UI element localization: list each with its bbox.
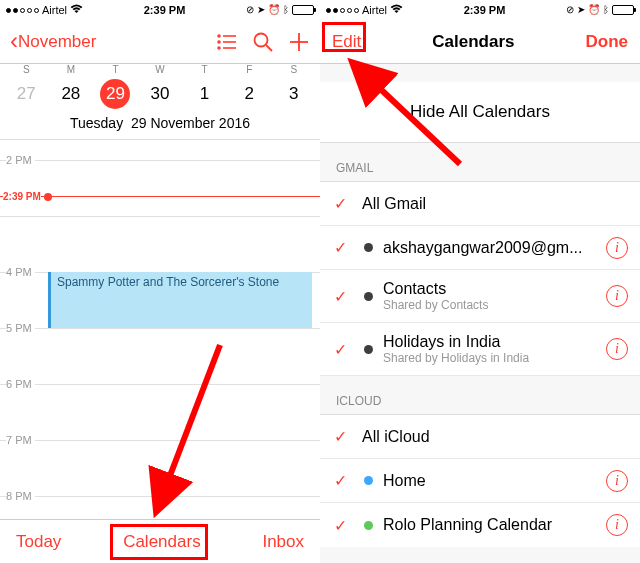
calendar-row[interactable]: ✓ akshaygangwar2009@gm... i <box>320 226 640 270</box>
today-button[interactable]: Today <box>16 532 61 552</box>
navbar-calendars: Edit Calendars Done <box>320 20 640 64</box>
hour-row: 7 PM <box>0 440 320 496</box>
date-cell[interactable]: 27 <box>4 79 49 109</box>
calendar-row-all-icloud[interactable]: ✓ All iCloud <box>320 415 640 459</box>
calendar-title: Contacts <box>383 280 596 298</box>
carrier-label: Airtel <box>362 4 387 16</box>
orientation-lock-icon: ⊘ <box>246 5 254 15</box>
calendars-button[interactable]: Calendars <box>123 532 201 552</box>
weekday: S <box>4 64 49 75</box>
calendar-color-dot-icon <box>364 521 373 530</box>
calendar-title: Holidays in India <box>383 333 596 351</box>
svg-point-6 <box>255 33 268 46</box>
phone-left-calendar-day: Airtel 2:39 PM ⊘ ➤ ⏰ ᛒ ‹ November <box>0 0 320 563</box>
calendar-color-dot-icon <box>364 243 373 252</box>
inbox-button[interactable]: Inbox <box>262 532 304 552</box>
status-bar: Airtel 2:39 PM ⊘ ➤ ⏰ ᛒ <box>320 0 640 20</box>
date-cell[interactable]: 3 <box>271 79 316 109</box>
add-event-button[interactable] <box>288 31 310 53</box>
bluetooth-icon: ᛒ <box>283 5 289 15</box>
calendar-subtitle: Shared by Holidays in India <box>383 351 596 365</box>
calendar-row[interactable]: ✓ Home i <box>320 459 640 503</box>
chevron-left-icon: ‹ <box>10 34 18 48</box>
section-header-icloud: ICLOUD <box>320 376 640 415</box>
page-title: Calendars <box>432 32 514 52</box>
done-button[interactable]: Done <box>586 32 629 52</box>
signal-dots-icon <box>6 8 39 13</box>
event-title: Spammy Potter and The Sorcerer's Stone <box>57 275 279 289</box>
alarm-icon: ⏰ <box>268 5 280 15</box>
now-indicator-dot-icon <box>44 193 52 201</box>
date-cell[interactable]: 28 <box>49 79 94 109</box>
back-button[interactable]: ‹ November <box>10 32 96 52</box>
checkmark-icon: ✓ <box>334 238 352 257</box>
status-bar: Airtel 2:39 PM ⊘ ➤ ⏰ ᛒ <box>0 0 320 20</box>
calendar-color-dot-icon <box>364 292 373 301</box>
hide-all-calendars-button[interactable]: Hide All Calendars <box>320 82 640 143</box>
checkmark-icon: ✓ <box>334 516 352 535</box>
section-header-gmail: GMAIL <box>320 143 640 182</box>
calendar-color-dot-icon <box>364 476 373 485</box>
calendar-row[interactable]: ✓ Holidays in India Shared by Holidays i… <box>320 323 640 376</box>
checkmark-icon: ✓ <box>334 427 352 446</box>
svg-point-2 <box>218 41 220 43</box>
dates-row: 27 28 29 30 1 2 3 <box>0 75 320 115</box>
calendar-title: All iCloud <box>362 428 628 446</box>
navbar-day-view: ‹ November <box>0 20 320 64</box>
calendar-row[interactable]: ✓ Rolo Planning Calendar i <box>320 503 640 547</box>
calendar-row-all-gmail[interactable]: ✓ All Gmail <box>320 182 640 226</box>
bottom-toolbar: Today Calendars Inbox <box>0 519 320 563</box>
weekday: T <box>93 64 138 75</box>
calendar-event[interactable]: Spammy Potter and The Sorcerer's Stone <box>48 272 312 328</box>
search-button[interactable] <box>252 31 274 53</box>
checkmark-icon: ✓ <box>334 340 352 359</box>
list-view-button[interactable] <box>216 31 238 53</box>
hour-row: 5 PM <box>0 328 320 384</box>
date-cell[interactable]: 1 <box>182 79 227 109</box>
now-indicator-line: 2:39 PM <box>0 196 320 197</box>
info-button[interactable]: i <box>606 514 628 536</box>
weekday: W <box>138 64 183 75</box>
wifi-icon <box>390 4 403 16</box>
calendar-title: Rolo Planning Calendar <box>383 516 596 534</box>
calendar-title: All Gmail <box>362 195 628 213</box>
date-cell[interactable]: 30 <box>138 79 183 109</box>
calendar-color-dot-icon <box>364 345 373 354</box>
timeline-scroll[interactable]: 2 PM 4 PM 5 PM 6 PM 7 PM 8 PM 9 PM 2:39 … <box>0 140 320 519</box>
hour-row: 2 PM <box>0 160 320 216</box>
date-cell-selected[interactable]: 29 <box>93 79 138 109</box>
weekday: T <box>182 64 227 75</box>
info-button[interactable]: i <box>606 285 628 307</box>
weekday: S <box>271 64 316 75</box>
wifi-icon <box>70 4 83 16</box>
info-button[interactable]: i <box>606 338 628 360</box>
location-icon: ➤ <box>577 5 585 15</box>
svg-line-7 <box>266 45 272 51</box>
status-time: 2:39 PM <box>464 4 506 16</box>
bluetooth-icon: ᛒ <box>603 5 609 15</box>
edit-button[interactable]: Edit <box>332 32 361 52</box>
location-icon: ➤ <box>257 5 265 15</box>
weekday: F <box>227 64 272 75</box>
hour-row: 6 PM <box>0 384 320 440</box>
calendar-title: akshaygangwar2009@gm... <box>383 239 596 257</box>
selected-date-label: Tuesday 29 November 2016 <box>0 115 320 140</box>
carrier-label: Airtel <box>42 4 67 16</box>
info-button[interactable]: i <box>606 237 628 259</box>
checkmark-icon: ✓ <box>334 471 352 490</box>
back-label: November <box>18 32 96 52</box>
info-button[interactable]: i <box>606 470 628 492</box>
calendar-title: Home <box>383 472 596 490</box>
hour-row: 8 PM <box>0 496 320 519</box>
svg-point-4 <box>218 47 220 49</box>
calendar-row[interactable]: ✓ Contacts Shared by Contacts i <box>320 270 640 323</box>
checkmark-icon: ✓ <box>334 287 352 306</box>
checkmark-icon: ✓ <box>334 194 352 213</box>
date-cell[interactable]: 2 <box>227 79 272 109</box>
status-time: 2:39 PM <box>144 4 186 16</box>
phone-right-calendars-list: Airtel 2:39 PM ⊘ ➤ ⏰ ᛒ Edit Calendars Do… <box>320 0 640 563</box>
now-time-label: 2:39 PM <box>3 191 41 202</box>
hour-row <box>0 216 320 272</box>
calendar-subtitle: Shared by Contacts <box>383 298 596 312</box>
weekday: M <box>49 64 94 75</box>
